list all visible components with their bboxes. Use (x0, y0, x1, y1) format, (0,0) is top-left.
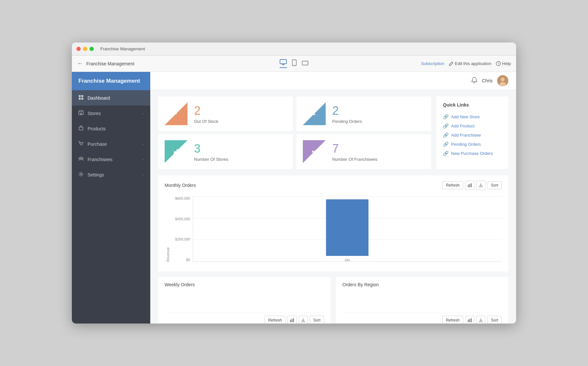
bar-jan-label: Jan (326, 256, 368, 262)
dashboard-icon (78, 95, 84, 101)
svg-point-18 (80, 157, 82, 159)
sidebar-item-stores[interactable]: Stores › (72, 106, 150, 121)
bottom-charts-row: Weekly Orders Refresh (158, 277, 508, 324)
edit-application-button[interactable]: Edit this application (449, 61, 491, 66)
stat-card-out-of-stock[interactable]: 2 Out Of Stock (158, 96, 293, 131)
back-icon[interactable]: ← (77, 60, 83, 67)
weekly-orders-title: Weekly Orders (165, 282, 195, 287)
svg-rect-38 (293, 318, 294, 322)
notification-bell-icon[interactable] (471, 77, 477, 85)
sidebar-item-label-purchase: Purchase (88, 141, 107, 147)
sidebar-item-franchisees[interactable]: Franchisees › (72, 152, 150, 167)
svg-rect-35 (471, 183, 472, 187)
main-layout: Franchise Management Dashboard (72, 72, 516, 324)
weekly-orders-actions: Refresh (165, 313, 324, 324)
stat-value-num-stores: 3 (194, 142, 228, 156)
help-label: Help (502, 61, 511, 66)
link-icon-new-purchase-orders: 🔗 (443, 151, 449, 156)
link-icon-pending-orders: 🔗 (443, 141, 449, 147)
monthly-orders-bar-chart-icon-button[interactable] (465, 181, 474, 190)
quick-links: Quick Links 🔗 Add New Store 🔗 Add Produc… (436, 96, 508, 169)
y-label-600k: $600,000 (175, 196, 190, 200)
weekly-orders-bar-chart-icon[interactable] (287, 316, 297, 324)
stores-stat-icon (173, 148, 182, 158)
content-area: Chris (150, 72, 516, 324)
maximize-button[interactable] (90, 47, 94, 51)
chevron-right-icon-settings: › (142, 173, 144, 177)
user-header: Chris (150, 72, 516, 90)
y-label-400k: $400,000 (175, 217, 190, 221)
quick-link-add-store[interactable]: 🔗 Add New Store (443, 112, 502, 121)
monthly-orders-title: Monthly Orders (165, 183, 196, 188)
svg-rect-10 (81, 95, 83, 97)
orders-by-region-placeholder (342, 291, 502, 310)
monthly-orders-refresh-button[interactable]: Refresh (442, 181, 463, 189)
svg-rect-9 (79, 95, 81, 97)
svg-rect-37 (291, 319, 292, 322)
stat-card-pending-orders[interactable]: 2 Pending Orders (296, 96, 431, 131)
quick-links-title: Quick Links (443, 102, 502, 108)
orders-by-region-refresh-button[interactable]: Refresh (442, 316, 463, 324)
svg-rect-0 (280, 59, 286, 64)
desktop-icon[interactable] (280, 59, 287, 68)
sidebar-nav: Dashboard Stores › (72, 90, 150, 324)
weekly-orders-sort-button[interactable]: Sort (310, 316, 324, 324)
subscription-link[interactable]: Subscription (421, 61, 445, 66)
monthly-orders-export-button[interactable] (476, 181, 485, 190)
sidebar-item-products[interactable]: Products (72, 121, 150, 136)
stores-icon (78, 110, 84, 116)
orders-by-region-export-button[interactable] (476, 316, 485, 324)
app-header-left: ← Franchise Management (77, 60, 222, 67)
quick-link-add-franchisee[interactable]: 🔗 Add Franchisee (443, 130, 502, 140)
orders-by-region-sort-button[interactable]: Sort (487, 316, 502, 324)
stat-info-pending-orders: 2 Pending Orders (332, 104, 362, 124)
stats-grid: 2 Out Of Stock (158, 96, 431, 169)
monthly-orders-sort-button[interactable]: Sort (487, 181, 502, 189)
cart-icon (170, 107, 179, 117)
stat-icon-num-stores (165, 140, 188, 163)
sidebar-item-purchase[interactable]: Purchase › (72, 136, 150, 152)
app-header-title: Franchise Management (86, 61, 134, 66)
avatar-image (497, 75, 508, 86)
titlebar: Franchise Management (72, 42, 516, 56)
weekly-orders-refresh-button[interactable]: Refresh (265, 316, 286, 324)
orders-by-region-title: Orders By Region (342, 282, 379, 287)
avatar[interactable] (497, 75, 508, 86)
user-name: Chris (482, 78, 493, 83)
sidebar-item-label-products: Products (88, 126, 106, 131)
quick-link-new-purchase-orders[interactable]: 🔗 New Purchase Orders (443, 149, 502, 158)
stat-label-out-of-stock: Out Of Stock (194, 119, 218, 124)
svg-rect-29 (179, 151, 182, 156)
sidebar-item-dashboard[interactable]: Dashboard (72, 90, 150, 106)
sidebar-item-settings[interactable]: Settings › (72, 167, 150, 182)
quick-link-add-product[interactable]: 🔗 Add Product (443, 121, 502, 130)
y-label-0: $0 (186, 258, 190, 262)
stat-card-num-franchisees[interactable]: 7 Number Of Franchisees (296, 134, 431, 169)
chevron-right-icon-franchisees: › (142, 158, 144, 161)
tablet-landscape-icon[interactable] (302, 60, 308, 67)
svg-point-25 (173, 113, 174, 114)
orders-by-region-bar-chart-icon[interactable] (465, 316, 474, 324)
tablet-portrait-icon[interactable] (292, 59, 297, 68)
sidebar-item-label-franchisees: Franchisees (88, 157, 112, 162)
svg-point-19 (79, 158, 80, 159)
sidebar-item-label-settings: Settings (88, 172, 104, 177)
quick-link-label-new-purchase-orders: New Purchase Orders (451, 151, 493, 156)
app-header: ← Franchise Management (72, 56, 516, 72)
link-icon-add-franchisee: 🔗 (443, 132, 449, 138)
svg-rect-36 (290, 320, 291, 322)
close-button[interactable] (76, 47, 81, 51)
monthly-orders-chart-section: Monthly Orders Refresh (158, 175, 508, 272)
orders-by-region-chart-section: Orders By Region Refresh (336, 277, 508, 324)
stat-value-num-franchisees: 7 (332, 142, 377, 156)
svg-rect-11 (79, 98, 81, 100)
minimize-button[interactable] (83, 47, 87, 51)
help-button[interactable]: ? Help (496, 61, 511, 66)
link-icon-add-store: 🔗 (443, 114, 449, 119)
stat-card-num-stores[interactable]: 3 Number Of Stores (158, 134, 293, 169)
quick-link-pending-orders[interactable]: 🔗 Pending Orders (443, 140, 502, 149)
weekly-orders-export-button[interactable] (299, 316, 308, 324)
svg-rect-39 (468, 320, 469, 322)
stat-label-num-stores: Number Of Stores (194, 157, 228, 162)
edit-application-label: Edit this application (455, 61, 491, 66)
